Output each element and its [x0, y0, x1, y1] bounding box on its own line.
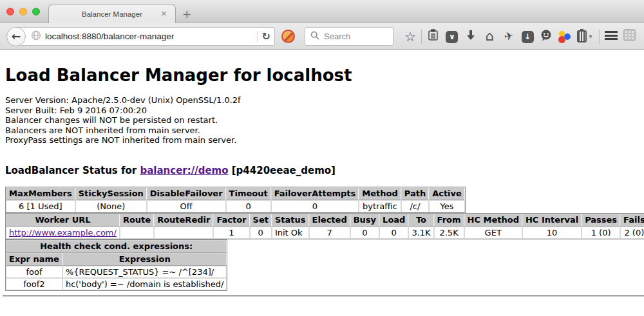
globe-icon	[31, 30, 41, 43]
health-check-table: Health check cond. expressions: Expr nam…	[5, 239, 227, 291]
column-header: MaxMembers	[6, 187, 75, 200]
reload-button[interactable]: ↻	[262, 32, 270, 42]
back-button[interactable]: ←	[6, 27, 26, 46]
column-header: Timeout	[226, 187, 271, 200]
search-placeholder: Search	[324, 32, 350, 41]
new-tab-button[interactable]: +	[182, 9, 191, 20]
home-icon[interactable]: ⌂	[482, 30, 497, 43]
container-extension-icon[interactable]: ▾	[574, 30, 596, 42]
hc-method-cell: GET	[464, 227, 522, 239]
chevron-down-icon[interactable]: ▾	[589, 33, 592, 40]
worker-url-link[interactable]: http://www.example.com/	[9, 228, 117, 237]
column-header: RouteRedir	[154, 214, 213, 227]
search-bar[interactable]: Search	[305, 27, 393, 46]
table-row: 6 [1 Used] (None) Off 0 0 bytraffic /c/ …	[6, 200, 465, 212]
inherit-note-line: Balancers are NOT inherited from main se…	[5, 125, 639, 136]
tab-balancer-manager[interactable]: Balancer Manager ×	[48, 4, 176, 23]
server-version-line: Server Version: Apache/2.5.0-dev (Unix) …	[5, 95, 639, 106]
active-cell: Yes	[429, 200, 465, 212]
column-header: Method	[359, 187, 401, 200]
toolbar-icons: ☆ ∨ ⌂ ✈ ↓ ▾	[402, 29, 638, 44]
close-window-button[interactable]	[6, 8, 14, 15]
column-header: Status	[272, 214, 309, 227]
expr-name-cell: foof	[6, 266, 62, 278]
path-cell: /c/	[401, 200, 429, 212]
table-header-row: Worker URL Route RouteRedir Factor Set S…	[6, 214, 644, 227]
column-header: HC Method	[464, 214, 522, 227]
column-header: HC Interval	[522, 214, 582, 227]
colored-dots-extension-icon[interactable]	[558, 30, 571, 43]
busy-cell: 0	[350, 227, 379, 239]
close-tab-icon[interactable]: ×	[160, 8, 167, 18]
status-prefix: LoadBalancer Status for	[5, 165, 140, 176]
tab-title: Balancer Manager	[82, 10, 142, 18]
tab-groups-icon[interactable]	[622, 29, 638, 44]
proxypass-note-line: ProxyPass settings are NOT inherited fro…	[5, 135, 639, 145]
url-text[interactable]: localhost:8880/balancer-manager	[45, 32, 252, 41]
bookmark-star-icon[interactable]: ☆	[402, 30, 418, 43]
fails-cell: 2 (0)	[620, 227, 644, 239]
column-header: Fails	[620, 214, 644, 227]
table-row: foof2 hc('body') =~ /domain is establish…	[6, 278, 227, 290]
from-cell: 2.5K	[434, 227, 464, 239]
column-header: Expr name	[6, 253, 62, 266]
to-cell: 3.1K	[408, 227, 433, 239]
navigation-toolbar: ← localhost:8880/balancer-manager ↻ Sear…	[0, 23, 644, 50]
column-header: Load	[379, 214, 408, 227]
pocket-icon[interactable]: ∨	[444, 30, 460, 43]
page-title: Load Balancer Manager for localhost	[5, 66, 639, 85]
save-page-icon[interactable]: ↓	[520, 30, 535, 43]
column-header: From	[434, 214, 464, 227]
urlbar-divider	[257, 31, 258, 42]
hc-interval-cell: 10	[522, 227, 582, 239]
page-content: Load Balancer Manager for localhost Serv…	[0, 50, 644, 297]
downloads-icon[interactable]	[463, 30, 478, 44]
search-icon	[310, 30, 319, 42]
status-cell: Init Ok	[272, 227, 309, 239]
table-header-row: MaxMembers StickySession DisableFailover…	[6, 187, 465, 200]
passes-cell: 1 (0)	[582, 227, 620, 239]
expression-cell: hc('body') =~ /domain is established/	[62, 278, 227, 290]
routeredir-cell	[154, 227, 213, 239]
worker-status-table: Worker URL Route RouteRedir Factor Set S…	[5, 213, 644, 239]
factor-cell: 1	[213, 227, 249, 239]
zoom-window-button[interactable]	[32, 8, 40, 15]
column-header: FailoverAttempts	[271, 187, 359, 200]
table-row: foof %{REQUEST_STATUS} =~ /^[234]/	[6, 266, 227, 278]
chat-smiley-icon[interactable]	[538, 29, 554, 44]
failoverattempts-cell: 0	[271, 200, 359, 212]
elected-cell: 7	[309, 227, 350, 239]
url-bar[interactable]: localhost:8880/balancer-manager ↻	[16, 27, 275, 46]
balancer-demo-link[interactable]: balancer://demo	[140, 165, 228, 176]
health-table-caption: Health check cond. expressions:	[6, 240, 227, 253]
column-header: Active	[429, 187, 465, 200]
browser-window: Balancer Manager × + ← localhost:8880/ba…	[0, 0, 644, 316]
column-header: Expression	[62, 253, 227, 266]
route-cell	[120, 227, 154, 239]
menu-hamburger-icon[interactable]	[603, 30, 619, 42]
toolbar-divider	[599, 30, 600, 44]
reading-list-icon[interactable]	[426, 29, 441, 44]
column-header: Worker URL	[6, 214, 120, 227]
column-header: Set	[250, 214, 272, 227]
table-header-row: Expr name Expression	[6, 253, 227, 266]
minimize-window-button[interactable]	[19, 8, 27, 15]
battery-icon	[577, 30, 587, 42]
plugin-blocked-icon[interactable]	[281, 30, 295, 43]
toolbar-divider	[421, 30, 422, 44]
server-built-line: Server Built: Feb 9 2016 07:00:20	[5, 106, 639, 116]
bottom-divider	[3, 295, 644, 297]
stickysession-cell: (None)	[75, 200, 147, 212]
send-tab-icon[interactable]: ✈	[500, 30, 517, 44]
disablefailover-cell: Off	[147, 200, 226, 212]
method-cell: bytraffic	[359, 200, 401, 212]
column-header: DisableFailover	[147, 187, 226, 200]
balancer-status-heading: LoadBalancer Status for balancer://demo …	[5, 165, 639, 176]
column-header: Elected	[309, 214, 350, 227]
column-header: StickySession	[75, 187, 147, 200]
column-header: Route	[120, 214, 154, 227]
balancer-settings-table: MaxMembers StickySession DisableFailover…	[5, 187, 466, 213]
server-info: Server Version: Apache/2.5.0-dev (Unix) …	[5, 95, 639, 145]
column-header: Path	[401, 187, 429, 200]
worker-row: http://www.example.com/ 1 0 Init Ok 7 0 …	[6, 227, 644, 239]
